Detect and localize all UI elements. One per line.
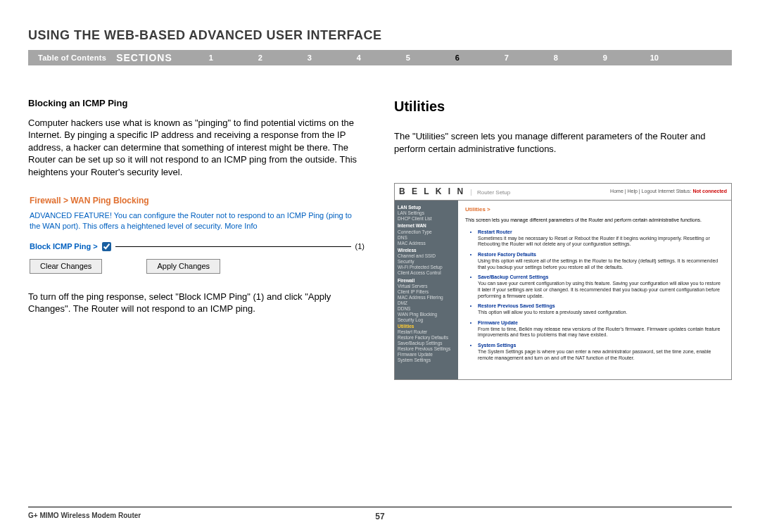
annotation-line <box>115 246 351 247</box>
section-9[interactable]: 9 <box>581 53 630 62</box>
utilities-heading: Utilities <box>394 97 732 116</box>
utility-item-desc: Using this option will restore all of th… <box>478 258 724 271</box>
sidebar-item[interactable]: Restart Router <box>398 329 455 335</box>
block-icmp-label: Block ICMP Ping > <box>30 241 98 252</box>
firewall-breadcrumb: Firewall > WAN Ping Blocking <box>30 195 365 206</box>
utility-item: Restore Factory DefaultsUsing this optio… <box>472 252 724 270</box>
sidebar-item[interactable]: Security <box>398 259 455 265</box>
belkin-screenshot: B E L K I N Router Setup Home | Help | L… <box>394 183 732 380</box>
utility-item-title[interactable]: Save/Backup Current Settings <box>478 274 724 281</box>
sidebar-item[interactable]: LAN Settings <box>398 210 455 216</box>
belkin-router-setup: Router Setup <box>471 189 510 196</box>
sidebar-item[interactable]: DMZ <box>398 300 455 306</box>
section-3[interactable]: 3 <box>285 53 334 62</box>
sidebar-item[interactable]: Client IP Filters <box>398 289 455 295</box>
left-column: Blocking an ICMP Ping Computer hackers u… <box>28 97 366 380</box>
sidebar-item[interactable]: Wi-Fi Protected Setup <box>398 265 455 270</box>
utility-item: System SettingsThe System Settings page … <box>472 343 724 361</box>
page-title: USING THE WEB-BASED ADVANCED USER INTERF… <box>28 28 732 43</box>
section-10[interactable]: 10 <box>630 53 679 62</box>
utility-item-desc: The System Settings page is where you ca… <box>478 349 724 362</box>
belkin-status: Not connected <box>692 189 727 194</box>
utility-item-desc: This option will allow you to restore a … <box>478 310 724 316</box>
page-footer: G+ MIMO Wireless Modem Router 57 <box>28 507 732 519</box>
sidebar-item[interactable]: Firmware Update <box>398 352 455 357</box>
utility-item: Save/Backup Current SettingsYou can save… <box>472 274 724 299</box>
sidebar-item[interactable]: DNS <box>398 235 455 241</box>
sidebar-item[interactable]: Save/Backup Settings <box>398 341 455 346</box>
left-para-2: To turn off the ping response, select "B… <box>28 291 366 315</box>
sidebar-item[interactable]: WAN Ping Blocking <box>398 312 455 317</box>
utility-item: Firmware UpdateFrom time to time, Belkin… <box>472 320 724 338</box>
sidebar-item[interactable]: Channel and SSID <box>398 253 455 259</box>
section-7[interactable]: 7 <box>482 53 531 62</box>
sidebar-item[interactable]: Client Access Control <box>398 270 455 276</box>
sidebar-item[interactable]: Virtual Servers <box>398 284 455 289</box>
section-2[interactable]: 2 <box>236 53 285 62</box>
sidebar-item[interactable]: Firewall <box>398 278 455 284</box>
sidebar-item[interactable]: Wireless <box>398 248 455 253</box>
utility-item-desc: From time to time, Belkin may release ne… <box>478 327 724 339</box>
utility-item-title[interactable]: Restart Router <box>478 229 724 236</box>
sidebar-item[interactable]: Restore Previous Settings <box>398 346 455 352</box>
utility-item-title[interactable]: Firmware Update <box>478 320 724 327</box>
sections-bar: Table of Contents SECTIONS 1 2 3 4 5 6 7… <box>28 50 732 65</box>
belkin-sidebar: LAN SetupLAN SettingsDHCP Client ListInt… <box>395 201 458 379</box>
belkin-main: Utilities > This screen lets you manage … <box>458 201 731 379</box>
block-icmp-checkbox[interactable] <box>102 242 111 251</box>
sidebar-item[interactable]: Restore Factory Defaults <box>398 335 455 341</box>
section-8[interactable]: 8 <box>531 53 581 62</box>
sidebar-item[interactable]: DHCP Client List <box>398 216 455 222</box>
apply-changes-button[interactable]: Apply Changes <box>146 259 220 274</box>
utility-item-desc: You can save your current configuration … <box>478 281 724 299</box>
sidebar-item[interactable]: LAN Setup <box>398 205 455 210</box>
section-5[interactable]: 5 <box>384 53 433 62</box>
sidebar-item[interactable]: Internet WAN <box>398 223 455 229</box>
firewall-desc: ADVANCED FEATURE! You can configure the … <box>30 210 365 232</box>
page-number: 57 <box>375 512 384 521</box>
annotation-1: (1) <box>355 241 365 252</box>
utility-item-title[interactable]: Restore Factory Defaults <box>478 252 724 258</box>
utility-item: Restart RouterSometimes it may be necess… <box>472 229 724 248</box>
section-4[interactable]: 4 <box>334 53 384 62</box>
belkin-logo: B E L K I N <box>399 186 465 196</box>
sidebar-item[interactable]: System Settings <box>398 357 455 363</box>
section-6[interactable]: 6 <box>433 53 482 62</box>
sidebar-item[interactable]: Utilities <box>398 324 455 329</box>
utility-item-title[interactable]: Restore Previous Saved Settings <box>478 303 724 310</box>
utility-item-title[interactable]: System Settings <box>478 343 724 349</box>
firewall-box: Firewall > WAN Ping Blocking ADVANCED FE… <box>28 188 366 281</box>
sections-label: SECTIONS <box>116 52 186 63</box>
toc-link[interactable]: Table of Contents <box>28 53 116 62</box>
clear-changes-button[interactable]: Clear Changes <box>30 259 102 274</box>
footer-model: G+ MIMO Wireless Modem Router <box>28 512 141 519</box>
left-heading: Blocking an ICMP Ping <box>28 97 366 110</box>
sidebar-item[interactable]: MAC Address Filtering <box>398 295 455 300</box>
utility-item-desc: Sometimes it may be necessary to Reset o… <box>478 236 724 248</box>
sidebar-item[interactable]: DDNS <box>398 306 455 312</box>
belkin-top-links[interactable]: Home | Help | Logout Internet Status: No… <box>610 189 727 195</box>
right-column: Utilities The "Utilities" screen lets yo… <box>394 97 732 380</box>
sidebar-item[interactable]: Security Log <box>398 317 455 323</box>
belkin-breadcrumb: Utilities > <box>465 206 724 213</box>
belkin-header: B E L K I N Router Setup Home | Help | L… <box>395 184 731 201</box>
section-1[interactable]: 1 <box>186 53 236 62</box>
sidebar-item[interactable]: Connection Type <box>398 229 455 235</box>
left-para-1: Computer hackers use what is known as "p… <box>28 117 366 179</box>
belkin-intro: This screen lets you manage different pa… <box>465 217 724 224</box>
sidebar-item[interactable]: MAC Address <box>398 241 455 246</box>
utility-item: Restore Previous Saved SettingsThis opti… <box>472 303 724 316</box>
utilities-para: The "Utilities" screen lets you manage d… <box>394 130 732 155</box>
